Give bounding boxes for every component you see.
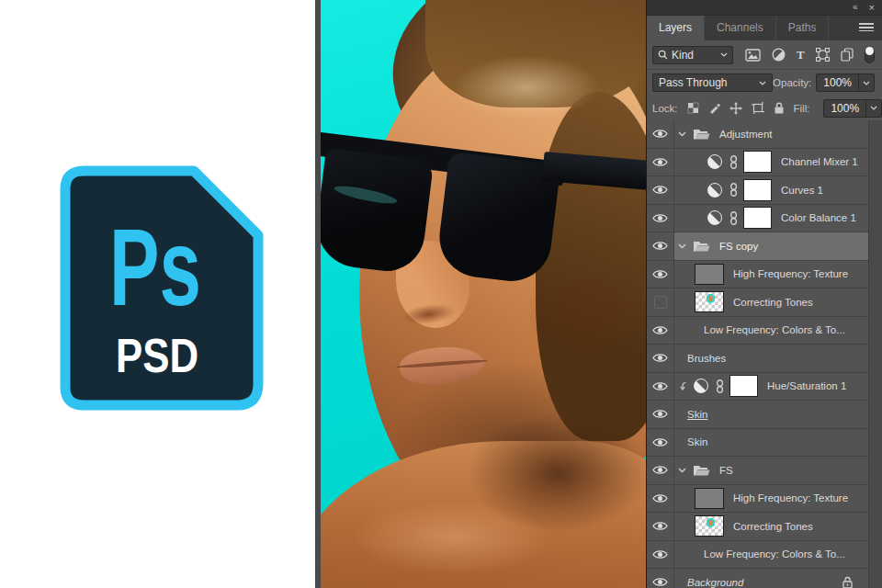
lock-position-icon[interactable]: [729, 102, 742, 115]
layer-name[interactable]: Color Balance 1: [781, 212, 856, 223]
visibility-toggle[interactable]: [647, 261, 674, 288]
layer-name[interactable]: Background: [687, 577, 743, 588]
layer-name[interactable]: FS: [719, 465, 733, 476]
lock-transparency-icon[interactable]: [687, 102, 699, 114]
lock-image-icon[interactable]: [708, 102, 720, 114]
layer-row[interactable]: Color Balance 1: [647, 205, 868, 233]
layer-name[interactable]: High Frequency: Texture: [733, 268, 848, 279]
visibility-toggle[interactable]: [647, 149, 674, 176]
eye-icon: [652, 353, 668, 363]
layers-panel: « × Layers Channels Paths Kind: [646, 0, 882, 588]
layer-thumbnail[interactable]: [695, 264, 724, 285]
eye-icon: [652, 213, 668, 223]
layer-name[interactable]: Low Frequency: Colors & To...: [704, 548, 845, 560]
layer-row[interactable]: Hue/Saturation 1: [647, 373, 868, 401]
filter-toggle-switch[interactable]: [865, 47, 875, 63]
layer-name[interactable]: Curves 1: [781, 185, 823, 196]
visibility-toggle[interactable]: [647, 317, 674, 345]
tab-layers[interactable]: Layers: [647, 16, 704, 40]
document-preview-area: Ps PSD: [0, 0, 315, 588]
visibility-toggle[interactable]: [647, 513, 674, 540]
layer-name[interactable]: FS copy: [719, 241, 758, 252]
panel-menu-icon[interactable]: [859, 23, 874, 34]
opacity-dropdown-button[interactable]: [858, 74, 874, 91]
visibility-toggle[interactable]: [647, 232, 674, 260]
blend-mode-dropdown[interactable]: Pass Through: [652, 74, 773, 92]
layer-row[interactable]: FS copy: [647, 232, 868, 261]
layer-row[interactable]: Skin: [647, 429, 868, 458]
layer-thumbnail[interactable]: [695, 515, 724, 537]
opacity-input[interactable]: 100%: [816, 74, 875, 92]
filter-type-buttons: T: [745, 47, 875, 63]
lock-icon: [842, 576, 854, 588]
tab-paths[interactable]: Paths: [776, 16, 830, 40]
photo-canvas: [315, 0, 646, 588]
visibility-toggle[interactable]: [647, 429, 674, 457]
eye-off-box: [654, 296, 667, 309]
adjustment-icon[interactable]: [707, 154, 722, 169]
mask-thumbnail[interactable]: [743, 151, 772, 173]
visibility-toggle[interactable]: [647, 569, 674, 588]
chevron-down-icon[interactable]: [678, 243, 686, 249]
mask-thumbnail[interactable]: [743, 207, 772, 229]
layer-row[interactable]: High Frequency: Texture: [647, 485, 868, 514]
visibility-toggle[interactable]: [647, 205, 674, 232]
lock-all-icon[interactable]: [774, 102, 785, 114]
visibility-toggle[interactable]: [647, 541, 674, 569]
layer-name[interactable]: Correcting Tones: [733, 297, 813, 308]
close-panel-icon[interactable]: ×: [869, 3, 875, 13]
visibility-toggle[interactable]: [647, 345, 674, 372]
layer-row[interactable]: High Frequency: Texture: [647, 261, 868, 289]
layer-name[interactable]: Skin: [687, 409, 707, 420]
opacity-value: 100%: [817, 76, 858, 89]
collapse-panel-icon[interactable]: «: [853, 3, 857, 12]
filter-type-layers-icon[interactable]: T: [797, 49, 805, 61]
layer-row[interactable]: Adjustment: [647, 120, 868, 149]
adjustment-icon[interactable]: [707, 183, 722, 198]
fill-dropdown-button[interactable]: [865, 100, 881, 117]
filter-kind-dropdown[interactable]: Kind: [652, 46, 733, 64]
layer-row[interactable]: Brushes: [647, 345, 868, 373]
layer-row[interactable]: Curves 1: [647, 176, 868, 205]
filter-adjustment-layers-icon[interactable]: [772, 48, 786, 62]
layer-list: AdjustmentChannel Mixer 1Curves 1Color B…: [647, 120, 868, 588]
visibility-toggle[interactable]: [647, 457, 674, 484]
mask-thumbnail[interactable]: [729, 375, 758, 397]
layer-row[interactable]: Low Frequency: Colors & To...: [647, 541, 868, 570]
adjustment-icon[interactable]: [694, 379, 708, 393]
layer-row[interactable]: Correcting Tones: [647, 288, 868, 317]
tab-channels[interactable]: Channels: [704, 16, 776, 40]
layer-row[interactable]: Skin: [647, 401, 868, 429]
layer-name[interactable]: Channel Mixer 1: [781, 156, 858, 167]
filter-pixel-layers-icon[interactable]: [745, 49, 761, 62]
layer-name[interactable]: High Frequency: Texture: [733, 492, 848, 503]
eye-icon: [652, 577, 668, 587]
fill-input[interactable]: 100%: [823, 99, 882, 118]
layer-row[interactable]: FS: [647, 457, 868, 485]
visibility-toggle[interactable]: [647, 373, 674, 401]
layer-name[interactable]: Brushes: [687, 353, 726, 364]
visibility-toggle[interactable]: [647, 401, 674, 428]
layer-thumbnail[interactable]: [695, 488, 724, 509]
filter-smart-objects-icon[interactable]: [841, 48, 854, 62]
chevron-down-icon[interactable]: [678, 468, 686, 473]
visibility-toggle[interactable]: [647, 485, 674, 513]
layer-name[interactable]: Skin: [687, 436, 707, 447]
layer-row[interactable]: Correcting Tones: [647, 513, 868, 541]
layer-name[interactable]: Adjustment: [719, 129, 773, 140]
mask-thumbnail[interactable]: [743, 179, 772, 201]
chevron-down-icon[interactable]: [678, 131, 686, 137]
filter-shape-layers-icon[interactable]: [816, 48, 830, 62]
layer-name[interactable]: Correcting Tones: [733, 521, 813, 532]
layer-thumbnail[interactable]: [695, 291, 724, 312]
layer-name[interactable]: Hue/Saturation 1: [767, 380, 846, 391]
visibility-toggle[interactable]: [647, 120, 674, 148]
layer-row[interactable]: Low Frequency: Colors & To...: [647, 317, 868, 345]
visibility-toggle[interactable]: [647, 176, 674, 204]
visibility-toggle[interactable]: [647, 288, 674, 316]
lock-artboard-icon[interactable]: [752, 102, 764, 114]
layer-row[interactable]: Background: [647, 569, 868, 588]
adjustment-icon[interactable]: [707, 210, 722, 225]
layer-name[interactable]: Low Frequency: Colors & To...: [704, 324, 845, 335]
layer-row[interactable]: Channel Mixer 1: [647, 149, 868, 177]
